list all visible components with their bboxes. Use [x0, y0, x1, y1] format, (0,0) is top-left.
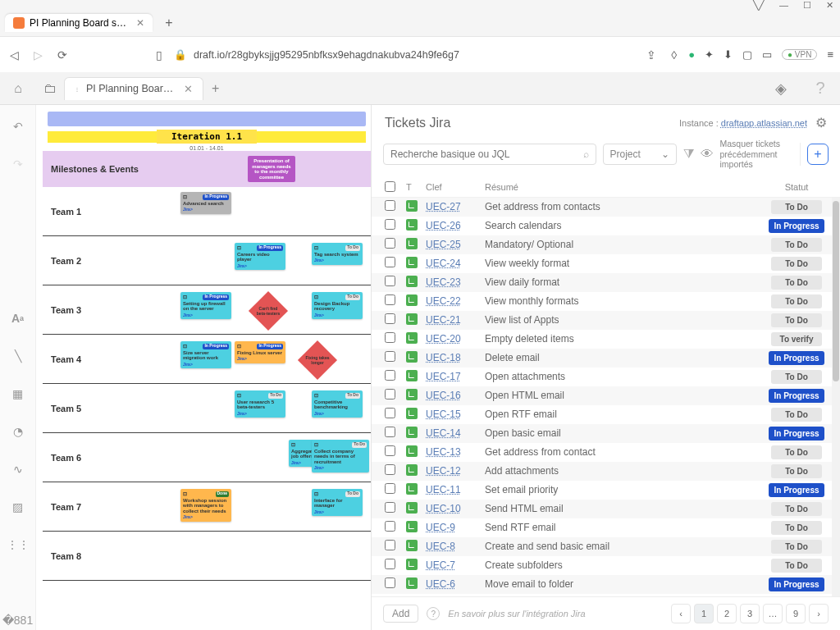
vpn-badge[interactable]: ● VPN [782, 49, 817, 60]
story-card[interactable]: ⊡To DoTag search systemJira> [312, 243, 363, 265]
ticket-key-link[interactable]: UEC-22 [426, 295, 461, 307]
ticket-checkbox[interactable] [385, 276, 395, 286]
scrollbar-track[interactable] [832, 198, 840, 596]
ticket-checkbox[interactable] [385, 332, 395, 343]
ticket-row[interactable]: UEC-18 Delete email In Progress [372, 349, 840, 368]
ticket-key-link[interactable]: UEC-18 [426, 352, 461, 363]
search-input[interactable]: ⌕ [383, 144, 596, 165]
page-button[interactable]: 3 [740, 604, 760, 623]
help-icon[interactable]: ? [801, 79, 840, 98]
story-card[interactable]: ⊡To DoUser research 5 beta-testersJira> [235, 390, 285, 418]
story-card[interactable]: ⊡To DoInterface for managerJira> [312, 489, 363, 516]
shield-icon[interactable]: ◊ [668, 45, 680, 65]
page-button[interactable]: 9 [786, 604, 806, 623]
scrollbar-thumb[interactable] [833, 201, 839, 381]
ticket-key-link[interactable]: UEC-8 [426, 541, 455, 552]
ticket-checkbox[interactable] [385, 238, 395, 249]
ticket-checkbox[interactable] [385, 389, 395, 399]
page-prev-button[interactable]: ‹ [671, 604, 691, 623]
story-card[interactable]: ⊡To DoCollect company needs in terms of … [312, 440, 369, 472]
ticket-row[interactable]: UEC-25 Mandatory/ Optional To Do [372, 235, 840, 254]
ticket-row[interactable]: UEC-15 Open RTF email To Do [372, 405, 840, 424]
url-field[interactable]: 🔒 draft.io/r28gbyksjjg95295nbfksx9ehagdn… [174, 48, 635, 61]
ticket-checkbox[interactable] [385, 540, 395, 550]
search-icon[interactable]: ⌕ [583, 148, 589, 160]
ticket-row[interactable]: UEC-22 View monthly formats To Do [372, 292, 840, 311]
milestone-card[interactable]: Presentation of managers needs to the mo… [248, 156, 295, 182]
ticket-row[interactable]: UEC-24 View weekly format To Do [372, 254, 840, 273]
grid-tool-icon[interactable]: ⋮⋮ [8, 535, 28, 555]
new-tab-button[interactable]: + [159, 16, 179, 30]
story-card[interactable]: ⊡To DoDesign Backup recoveryJira> [312, 292, 363, 319]
ticket-checkbox[interactable] [385, 483, 395, 494]
window-line-icon[interactable]: — [779, 0, 788, 10]
ticket-checkbox[interactable] [385, 502, 395, 513]
ticket-key-link[interactable]: UEC-15 [426, 409, 461, 420]
ticket-checkbox[interactable] [385, 313, 395, 324]
ticket-key-link[interactable]: UEC-20 [426, 333, 461, 345]
panel-settings-icon[interactable]: ⚙ [815, 115, 827, 130]
redo-icon[interactable]: ↷ [8, 154, 28, 174]
ticket-key-link[interactable]: UEC-10 [426, 503, 461, 514]
story-card[interactable]: ⊡To DoCompetitive benchmarkingJira> [312, 390, 363, 418]
ticket-list[interactable]: UEC-27 Get address from contacts To Do U… [372, 198, 840, 596]
mask-tickets-label[interactable]: Masquer tickets précédemment importés [720, 139, 794, 170]
window-maximize-icon[interactable]: ☐ [803, 0, 811, 11]
ticket-row[interactable]: UEC-7 Create subfolders To Do [372, 556, 840, 575]
ticket-checkbox[interactable] [385, 351, 395, 362]
ticket-row[interactable]: UEC-16 Open HTML email In Progress [372, 386, 840, 405]
add-button[interactable]: Add [383, 605, 418, 623]
line-tool-icon[interactable]: ╲ [8, 346, 28, 366]
ticket-key-link[interactable]: UEC-9 [426, 522, 455, 533]
ticket-key-link[interactable]: UEC-24 [426, 258, 461, 269]
ticket-row[interactable]: UEC-5 Search Subfolders To Do [372, 594, 840, 596]
doc-tab-close-icon[interactable]: ✕ [184, 83, 193, 95]
ticket-row[interactable]: UEC-9 Send RTF email To Do [372, 518, 840, 537]
ticket-key-link[interactable]: UEC-25 [426, 239, 461, 250]
new-doc-tab-button[interactable]: + [212, 81, 219, 96]
story-card[interactable]: ⊡In ProgressSetting up firewall on the s… [180, 292, 231, 319]
ticket-key-link[interactable]: UEC-13 [426, 446, 461, 458]
ticket-row[interactable]: UEC-6 Move email to folder In Progress [372, 575, 840, 594]
ticket-row[interactable]: UEC-21 View list of Appts To Do [372, 311, 840, 330]
ticket-checkbox[interactable] [385, 257, 395, 267]
risk-diamond[interactable]: Can't find beta-testers [249, 291, 288, 331]
search-field[interactable] [390, 148, 583, 160]
planning-board-canvas[interactable]: Iteration 1.1 01.01 - 14.01 Milestones &… [36, 105, 371, 630]
window-minimize-icon[interactable]: ╲╱ [753, 0, 765, 11]
ticket-row[interactable]: UEC-14 Open basic email In Progress [372, 424, 840, 443]
bookmark-icon[interactable]: ▯ [153, 45, 166, 65]
ticket-checkbox[interactable] [385, 294, 395, 305]
table-tool-icon[interactable]: ▦ [8, 384, 28, 404]
document-tab[interactable]: ⋮ PI Planning Board… ✕ [64, 77, 203, 100]
page-next-button[interactable]: › [809, 604, 829, 623]
window-close-icon[interactable]: ✕ [826, 0, 833, 11]
ticket-key-link[interactable]: UEC-27 [426, 201, 461, 212]
extension-dot-icon[interactable]: ● [688, 48, 695, 61]
select-all-checkbox[interactable] [385, 181, 395, 192]
extension-puzzle-icon[interactable]: ✦ [705, 48, 714, 61]
ticket-row[interactable]: UEC-11 Set email priority In Progress [372, 481, 840, 500]
ticket-checkbox[interactable] [385, 200, 395, 211]
ticket-row[interactable]: UEC-27 Get address from contacts To Do [372, 198, 840, 217]
ticket-key-link[interactable]: UEC-11 [426, 484, 461, 495]
share-icon[interactable]: ⇪ [643, 45, 660, 65]
ticket-key-link[interactable]: UEC-23 [426, 276, 461, 288]
footer-help-icon[interactable]: ? [427, 607, 440, 620]
ticket-checkbox[interactable] [385, 578, 395, 588]
ticket-row[interactable]: UEC-12 Add attachments To Do [372, 462, 840, 481]
ticket-checkbox[interactable] [385, 445, 395, 456]
risk-diamond[interactable]: Fixing takes longer [298, 340, 337, 380]
filter-icon[interactable]: ⧩ [683, 147, 694, 162]
ticket-key-link[interactable]: UEC-14 [426, 427, 461, 439]
story-card[interactable]: ⊡DoneWorkshop session with managers to c… [180, 489, 231, 522]
story-card[interactable]: ⊡In ProgressAdvanced searchJira> [180, 192, 231, 214]
settings-tool-icon[interactable]: �881 [8, 610, 28, 630]
tab-close-icon[interactable]: ✕ [136, 17, 144, 29]
ticket-checkbox[interactable] [385, 464, 395, 475]
ticket-row[interactable]: UEC-13 Get address from contact To Do [372, 443, 840, 462]
ticket-row[interactable]: UEC-26 Search calendars In Progress [372, 217, 840, 235]
menu-icon[interactable]: ≡ [827, 48, 833, 61]
ticket-row[interactable]: UEC-10 Send HTML email To Do [372, 500, 840, 518]
ticket-row[interactable]: UEC-17 Open attachments To Do [372, 368, 840, 386]
